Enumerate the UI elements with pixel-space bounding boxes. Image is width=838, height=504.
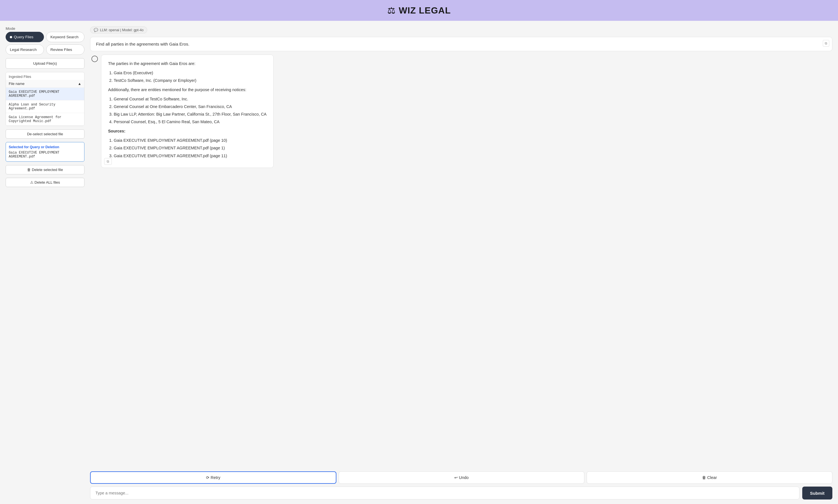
mode-section: Mode Query Files Keyword Search Legal Re… [6, 26, 85, 55]
list-item: TestCo Software, Inc. (Company or Employ… [114, 77, 266, 84]
list-item: General Counsel at One Embarcadero Cente… [114, 104, 266, 110]
source-item: Gaia EXECUTIVE EMPLOYMENT AGREEMENT.pdf … [114, 153, 266, 159]
mode-btn-legal-research[interactable]: Legal Research [6, 44, 44, 55]
selected-section-label: Selected for Query or Deletion [9, 145, 81, 149]
upload-button[interactable]: Upload File(s) [6, 58, 85, 69]
sidebar: Mode Query Files Keyword Search Legal Re… [6, 26, 85, 187]
mode-btn-keyword-search-label: Keyword Search [50, 35, 78, 39]
app-header: ⚖ WIZ LEGAL [0, 0, 838, 21]
list-item: Big Law LLP, Attention: Big Law Partner,… [114, 111, 266, 118]
delete-all-button[interactable]: ⚠ Delete ALL files [6, 178, 85, 187]
list-item: General Counsel at TestCo Software, Inc. [114, 96, 266, 102]
source-item: Gaia EXECUTIVE EMPLOYMENT AGREEMENT.pdf … [114, 137, 266, 144]
chat-area: 💬 LLM: openai | Model: gpt-4o Find all p… [90, 26, 832, 168]
mode-label: Mode [6, 26, 85, 31]
file-column-label: File name [9, 82, 24, 86]
response-intro: The parties in the agreement with Gaia E… [108, 60, 266, 67]
file-row[interactable]: Gaia License Agreement for Copyrighted M… [6, 113, 84, 126]
sources-list: Gaia EXECUTIVE EMPLOYMENT AGREEMENT.pdf … [108, 137, 266, 159]
mode-btn-legal-research-label: Legal Research [10, 48, 37, 52]
list-item: Gaia Eros (Executive) [114, 70, 266, 76]
mode-btn-keyword-search[interactable]: Keyword Search [46, 32, 85, 42]
message-input[interactable] [90, 487, 800, 500]
submit-button[interactable]: Submit [802, 487, 832, 500]
file-table-header: File name ▲ [6, 80, 84, 88]
assistant-message: The parties in the agreement with Gaia E… [101, 55, 274, 168]
llm-badge: 💬 LLM: openai | Model: gpt-4o [90, 26, 147, 34]
sources-label: Sources: [108, 128, 266, 134]
mode-buttons: Query Files Keyword Search Legal Researc… [6, 32, 85, 55]
assistant-icon: ◯ [91, 55, 98, 62]
source-item: Gaia EXECUTIVE EMPLOYMENT AGREEMENT.pdf … [114, 145, 266, 151]
copy-user-message-button[interactable]: ⧉ [823, 40, 829, 47]
main-layout: Mode Query Files Keyword Search Legal Re… [0, 21, 838, 469]
selected-file-name: Gaia EXECUTIVE EMPLOYMENT AGREEMENT.pdf [9, 151, 81, 159]
mode-btn-review-files[interactable]: Review Files [46, 44, 85, 55]
ingested-files-section: Ingested Files File name ▲ Gaia EXECUTIV… [6, 72, 85, 126]
sort-icon: ▲ [78, 82, 81, 86]
clear-button[interactable]: 🗑 Clear [587, 471, 832, 484]
assistant-row: ◯ The parties in the agreement with Gaia… [90, 55, 832, 168]
mode-btn-query-files[interactable]: Query Files [6, 32, 44, 42]
mode-btn-review-files-label: Review Files [50, 48, 72, 52]
mode-btn-query-files-label: Query Files [14, 35, 34, 39]
input-row: Submit [90, 487, 832, 500]
app-icon: ⚖ [387, 5, 396, 16]
bottom-controls: ⟳ Retry ↩ Undo 🗑 Clear Submit [0, 469, 838, 504]
llm-icon: 💬 [94, 28, 98, 32]
file-row[interactable]: Gaia EXECUTIVE EMPLOYMENT AGREEMENT.pdf [6, 88, 84, 101]
user-message: Find all parties in the agreements with … [90, 37, 832, 51]
main-parties-list: Gaia Eros (Executive) TestCo Software, I… [108, 70, 266, 84]
llm-badge-text: LLM: openai | Model: gpt-4o [100, 28, 143, 32]
ingested-label: Ingested Files [6, 72, 84, 80]
retry-button[interactable]: ⟳ Retry [90, 471, 336, 484]
delete-selected-button[interactable]: 🗑 Delete selected file [6, 165, 85, 174]
copy-response-button[interactable]: ⧉ [104, 158, 112, 165]
deselect-button[interactable]: De-select selected file [6, 129, 85, 139]
selected-section: Selected for Query or Deletion Gaia EXEC… [6, 142, 85, 162]
active-dot [10, 36, 12, 38]
list-item: Personal Counsel, Esq., 5 El Camino Real… [114, 119, 266, 125]
undo-button[interactable]: ↩ Undo [339, 471, 584, 484]
additional-parties-list: General Counsel at TestCo Software, Inc.… [108, 96, 266, 125]
action-buttons: ⟳ Retry ↩ Undo 🗑 Clear [90, 471, 832, 484]
file-row[interactable]: Alpha Loan and Security Agreement.pdf [6, 101, 84, 113]
additional-intro: Additionally, there are entities mention… [108, 87, 266, 93]
user-message-text: Find all parties in the agreements with … [96, 42, 189, 47]
app-title: WIZ LEGAL [399, 5, 451, 16]
